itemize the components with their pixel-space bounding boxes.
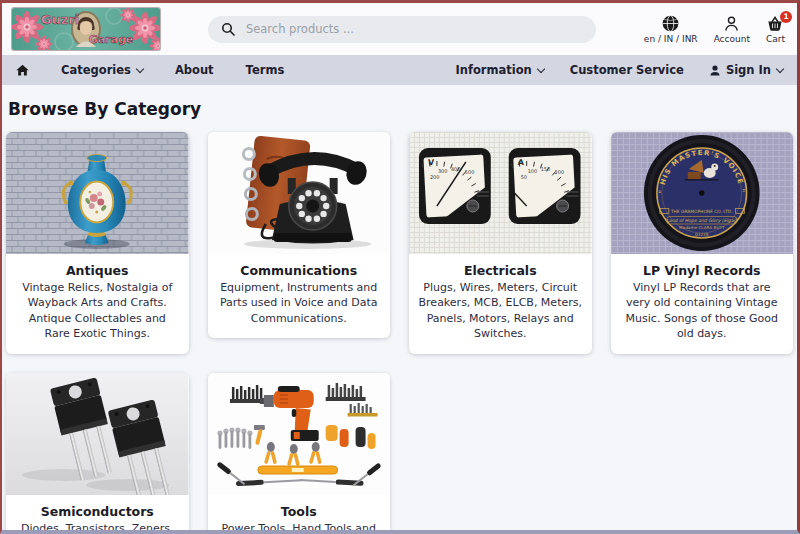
semiconductors-image	[6, 373, 189, 495]
store-logo[interactable]: Guzri Garage	[12, 8, 160, 50]
nav-sign-in-label: Sign In	[726, 63, 771, 77]
cart-button[interactable]: 1 Cart	[766, 15, 785, 44]
nav-left: Categories About Terms	[16, 63, 284, 77]
nav-right: Information Customer Service Sign In	[455, 63, 783, 77]
category-title: Antiques	[10, 263, 185, 278]
account-button[interactable]: Account	[714, 15, 750, 44]
category-card-lp-vinyl-records[interactable]: " HIS MASTER'S VOICE " THE GRAMOPHONE CO…	[611, 132, 794, 354]
meter-tick: 400	[451, 166, 461, 172]
vinyl-image: " HIS MASTER'S VOICE " THE GRAMOPHONE CO…	[611, 132, 794, 254]
nav-information[interactable]: Information	[455, 63, 543, 77]
nav-about[interactable]: About	[175, 63, 214, 77]
storefront-page: Guzri Garage en / IN /	[0, 0, 800, 534]
chevron-down-icon	[536, 64, 544, 72]
cart-count-badge: 1	[780, 11, 792, 23]
meter-tick: 200	[555, 169, 565, 175]
home-icon	[16, 64, 29, 76]
header-actions: en / IN / INR Account 1 Cart	[644, 15, 787, 44]
category-title: Communications	[212, 263, 387, 278]
antiques-image	[6, 132, 189, 254]
nav-customer-service-label: Customer Service	[570, 63, 684, 77]
category-title: Semiconductors	[10, 504, 185, 519]
logo-word-1: Guzri	[41, 12, 79, 27]
header: Guzri Garage en / IN /	[2, 3, 797, 55]
search-bar[interactable]	[208, 16, 596, 43]
category-card-electricals[interactable]: 200 300 400 500 V	[409, 132, 592, 354]
voltmeter-letter: V	[428, 158, 435, 167]
category-card-antiques[interactable]: Antiques Vintage Relics, Nostalgia of Wa…	[6, 132, 189, 354]
cart-label: Cart	[766, 34, 785, 44]
logo-word-2: Garage	[89, 33, 134, 46]
chevron-down-icon	[136, 64, 144, 72]
search-input[interactable]	[244, 21, 583, 37]
meter-tick: 100	[528, 168, 538, 174]
nav-terms[interactable]: Terms	[246, 63, 285, 77]
locale-selector[interactable]: en / IN / INR	[644, 15, 698, 44]
nav-categories-label: Categories	[61, 63, 131, 77]
category-description: Vintage Relics, Nostalgia of Wayback Art…	[6, 280, 189, 354]
main-content: Browse By Category	[2, 85, 797, 530]
category-card-tools[interactable]: Tools Power Tools, Hand Tools and Small …	[208, 373, 391, 530]
category-title: LP Vinyl Records	[615, 263, 790, 278]
meter-tick: 200	[430, 174, 440, 180]
chevron-down-icon	[776, 64, 784, 72]
vinyl-catalog-number: 03239	[695, 232, 709, 237]
nav-customer-service[interactable]: Customer Service	[570, 63, 684, 77]
vinyl-song-text: Land of Hope and Glory (Elgar)	[666, 218, 737, 223]
tools-image	[208, 373, 391, 495]
category-grid: Antiques Vintage Relics, Nostalgia of Wa…	[6, 132, 793, 530]
category-card-communications[interactable]: Communications Equipment, Instruments an…	[208, 132, 391, 338]
meter-tick: 500	[465, 169, 475, 175]
nav-categories[interactable]: Categories	[61, 63, 143, 77]
category-title: Electricals	[413, 263, 588, 278]
account-label: Account	[714, 34, 750, 44]
nav-information-label: Information	[455, 63, 531, 77]
nav-home[interactable]	[16, 64, 29, 76]
category-description: Equipment, Instruments and Parts used in…	[208, 280, 391, 338]
vinyl-artist-text: Madame CLARA BUTT	[679, 225, 725, 230]
user-icon	[710, 65, 720, 76]
account-icon	[723, 15, 740, 32]
electricals-image: 200 300 400 500 V	[409, 132, 592, 254]
category-card-semiconductors[interactable]: Semiconductors Diodes, Transistors, Zene…	[6, 373, 189, 530]
category-title: Tools	[212, 504, 387, 519]
page-title: Browse By Category	[8, 99, 791, 119]
meter-tick: 300	[438, 168, 448, 174]
ammeter-letter: A	[518, 158, 525, 167]
logo-artwork: Guzri Garage	[12, 8, 160, 50]
category-description: Power Tools, Hand Tools and Small tools …	[208, 521, 391, 530]
main-nav: Categories About Terms Information Custo…	[2, 55, 797, 85]
nav-sign-in[interactable]: Sign In	[710, 63, 783, 77]
search-icon	[221, 22, 235, 36]
category-description: Plugs, Wires, Meters, Circuit Breakers, …	[409, 280, 592, 354]
meter-tick: 50	[521, 174, 527, 180]
meter-tick: 150	[541, 166, 551, 172]
search-area	[160, 16, 644, 43]
nav-terms-label: Terms	[246, 63, 285, 77]
category-description: Vinyl LP Records that are very old conta…	[611, 280, 794, 354]
communications-image	[208, 132, 391, 254]
nav-about-label: About	[175, 63, 214, 77]
category-description: Diodes, Transistors, Zeners, LEDs, FET, …	[6, 521, 189, 530]
globe-icon	[662, 15, 679, 32]
locale-label: en / IN / INR	[644, 34, 698, 44]
vinyl-company-text: THE GRAMOPHONE CO. LTD.	[669, 209, 732, 214]
